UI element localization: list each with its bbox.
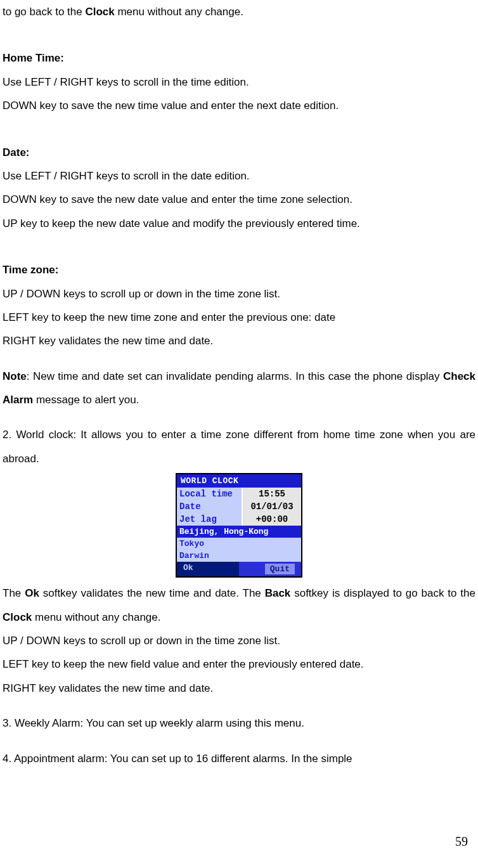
phone-field-label: Date — [177, 500, 242, 513]
phone-title-bar: WORLD CLOCK — [177, 474, 301, 488]
phone-list-item: Darwin — [177, 550, 301, 562]
phone-softkey-right: Quit — [239, 562, 301, 576]
page-number: 59 — [455, 834, 468, 849]
text-line: UP / DOWN keys to scroll up or down in t… — [3, 282, 475, 306]
text: menu without any change. — [32, 611, 160, 623]
phone-softkey-right-label: Quit — [265, 564, 295, 574]
text-line: Use LEFT / RIGHT keys to scroll in the t… — [3, 70, 475, 94]
phone-list-item: Tokyo — [177, 538, 301, 550]
text: menu without any change. — [115, 6, 243, 18]
text: New time and date set can invalidate pen… — [33, 370, 443, 382]
phone-field-value: +00:00 — [242, 513, 301, 526]
paragraph-after-phone: The Ok softkey validates the new time an… — [3, 581, 475, 629]
note-label: Note — [3, 370, 27, 382]
phone-softkey-left: Ok — [177, 562, 239, 576]
phone-softkey-bar: Ok Quit — [177, 562, 301, 576]
text-line: Use LEFT / RIGHT keys to scroll in the d… — [3, 164, 475, 188]
appointment-alarm-line: 4. Appointment alarm: You can set up to … — [3, 747, 475, 770]
text-line: RIGHT key validates the new time and dat… — [3, 329, 475, 353]
phone-field-jetlag: Jet lag +00:00 — [177, 513, 301, 526]
phone-field-local-time: Local time 15:55 — [177, 488, 301, 500]
text: message to alert you. — [33, 394, 139, 406]
heading-home-time: Home Time: — [3, 46, 475, 70]
world-clock-intro: 2. World clock: It allows you to enter a… — [3, 423, 475, 470]
text-bold-clock: Clock — [85, 6, 114, 18]
phone-screenshot: WORLD CLOCK Local time 15:55 Date 01/01/… — [3, 473, 475, 578]
text-line: DOWN key to save the new time value and … — [3, 94, 475, 117]
text: to go back to the — [3, 6, 85, 18]
text-line: UP key to keep the new date value and mo… — [3, 212, 475, 235]
phone-screen: WORLD CLOCK Local time 15:55 Date 01/01/… — [176, 473, 302, 578]
text-line: DOWN key to save the new date value and … — [3, 188, 475, 211]
text-line: UP / DOWN keys to scroll up or down in t… — [3, 629, 475, 652]
heading-date: Date: — [3, 141, 475, 164]
text-bold-ok: Ok — [25, 587, 39, 599]
text: softkey validates the new time and date.… — [39, 587, 265, 599]
text-bold-clock: Clock — [3, 611, 32, 623]
phone-timezone-list: Beijing, Hong-Kong Tokyo Darwin — [177, 526, 301, 562]
phone-field-date: Date 01/01/03 — [177, 500, 301, 513]
phone-list-item-selected: Beijing, Hong-Kong — [177, 526, 301, 538]
phone-field-label: Local time — [177, 488, 242, 500]
text: softkey is displayed to go back to the — [290, 587, 475, 599]
document-page: to go back to the Clock menu without any… — [0, 0, 478, 868]
weekly-alarm-line: 3. Weekly Alarm: You can set up weekly a… — [3, 711, 475, 735]
heading-time-zone: Time zone: — [3, 258, 475, 282]
text: The — [3, 587, 25, 599]
phone-field-value: 01/01/03 — [242, 500, 301, 513]
note-paragraph: Note: New time and date set can invalida… — [3, 365, 475, 412]
text-bold-back: Back — [265, 587, 291, 599]
text-line: LEFT key to keep the new time zone and e… — [3, 306, 475, 329]
phone-field-value: 15:55 — [242, 488, 301, 500]
text: : — [27, 370, 33, 382]
text-line: LEFT key to keep the new field value and… — [3, 652, 475, 676]
phone-field-label: Jet lag — [177, 513, 242, 526]
text-line: RIGHT key validates the new time and dat… — [3, 677, 475, 700]
paragraph-continued: to go back to the Clock menu without any… — [3, 0, 475, 23]
